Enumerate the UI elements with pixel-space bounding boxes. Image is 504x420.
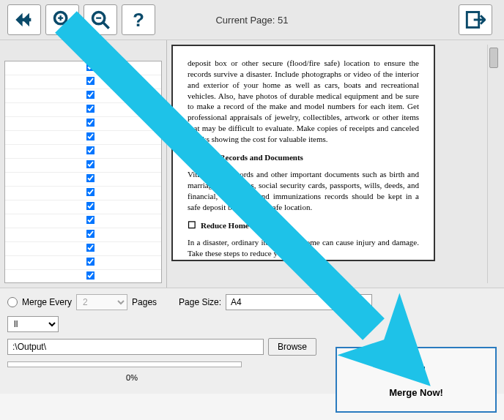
small-dropdown[interactable]: ll [7, 316, 59, 332]
svg-rect-9 [407, 364, 415, 376]
svg-rect-10 [416, 367, 424, 378]
left-panel: Merge [0, 40, 167, 288]
pages-label: Pages [132, 297, 157, 307]
list-item[interactable] [5, 89, 161, 103]
exit-button[interactable] [459, 4, 492, 35]
back-button[interactable] [7, 4, 41, 35]
list-item[interactable] [5, 200, 161, 214]
list-item[interactable] [5, 61, 161, 75]
help-button[interactable]: ? [122, 4, 155, 35]
preview-paragraph: deposit box or other secure (flood/fire … [188, 58, 419, 145]
zoom-out-button[interactable] [84, 4, 117, 35]
svg-text:?: ? [133, 10, 144, 30]
list-item[interactable] [5, 145, 161, 159]
merge-document-icon [404, 362, 428, 383]
zoom-out-icon [90, 10, 111, 30]
list-item[interactable] [5, 173, 161, 187]
preview-scrollbar[interactable] [487, 45, 500, 283]
output-path-input[interactable] [7, 339, 264, 355]
back-arrows-icon [14, 10, 34, 30]
list-item[interactable] [5, 256, 161, 270]
current-page-label: Current Page: 51 [215, 15, 288, 26]
preview-panel: deposit box or other secure (flood/fire … [167, 40, 504, 288]
list-item[interactable] [5, 242, 161, 256]
toolbar: ? Current Page: 51 [0, 0, 504, 40]
list-item[interactable] [5, 214, 161, 228]
preview-paragraph: In a disaster, ordinary items in the hom… [188, 237, 419, 259]
list-item[interactable] [5, 187, 161, 200]
exit-icon [465, 10, 486, 30]
list-item[interactable] [5, 228, 161, 242]
preview-paragraph: Vital family records and other important… [188, 169, 419, 212]
merge-now-button[interactable]: Merge Now! [336, 347, 497, 413]
list-item[interactable] [5, 117, 161, 131]
merge-every-radio[interactable] [7, 297, 18, 307]
svg-line-5 [103, 23, 109, 29]
left-panel-header: Merge [4, 45, 162, 61]
list-item[interactable] [5, 270, 161, 283]
svg-line-1 [65, 23, 71, 29]
content-area: Merge deposit box or other secure (flood… [0, 40, 504, 288]
preview-section-title: Reduce Home Hazards [188, 219, 419, 232]
zoom-in-button[interactable] [45, 4, 79, 35]
browse-button[interactable]: Browse [268, 338, 316, 356]
progress-bar [7, 361, 242, 367]
list-item[interactable] [5, 131, 161, 145]
list-item[interactable] [5, 103, 161, 117]
scrollbar-thumb[interactable] [489, 48, 498, 68]
help-icon: ? [128, 10, 149, 30]
progress-percent: 0% [7, 373, 256, 382]
document-preview: deposit box or other secure (flood/fire … [171, 45, 435, 261]
list-item[interactable] [5, 75, 161, 89]
list-item[interactable] [5, 159, 161, 173]
merge-now-label: Merge Now! [389, 387, 443, 398]
merge-every-label: Merge Every [22, 297, 72, 307]
merge-checklist[interactable] [4, 61, 162, 283]
zoom-in-icon [52, 10, 73, 30]
merge-every-select[interactable]: 2 [76, 294, 127, 310]
page-size-label: Page Size: [179, 297, 221, 307]
page-size-input[interactable] [226, 294, 372, 310]
preview-section-title: Vital Records and Documents [188, 151, 419, 164]
